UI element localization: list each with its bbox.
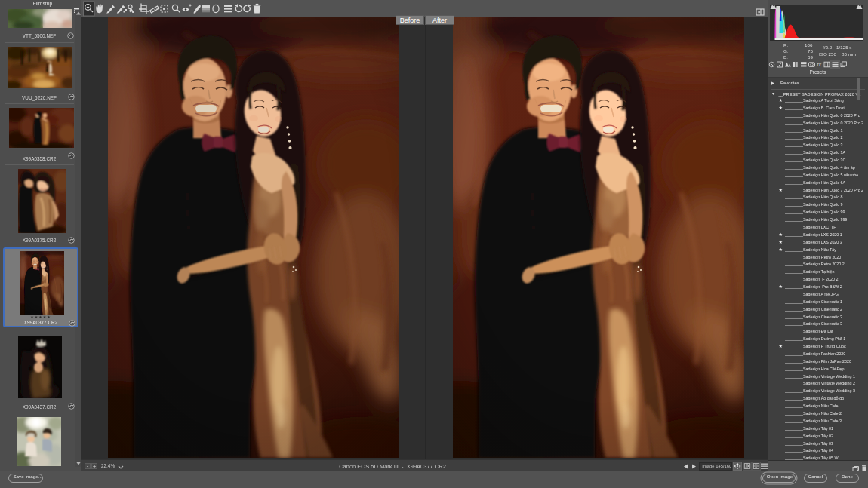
svg-text:fx: fx <box>817 62 822 67</box>
